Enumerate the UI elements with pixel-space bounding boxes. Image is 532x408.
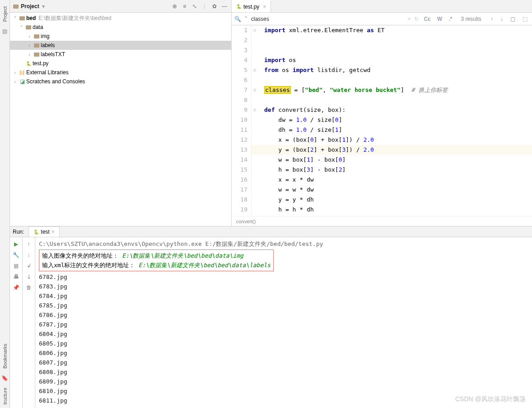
select-all-icon[interactable]: ▢ — [508, 16, 517, 22]
code-editor[interactable]: 12345678910111213141516171819 ⊟import xm… — [232, 25, 532, 216]
fold-icon[interactable]: ⊟ — [253, 85, 256, 95]
console-line: 6787.jpg — [39, 320, 528, 329]
code-line[interactable] — [252, 45, 532, 55]
chevron-right-icon[interactable]: › — [12, 79, 18, 84]
prev-match-icon[interactable]: ↑ — [489, 16, 495, 22]
console-output[interactable]: C:\Users\SZTU\anaconda3\envs\Opencv\pyth… — [35, 237, 532, 408]
tree-item[interactable]: ›labelsTXT — [10, 50, 231, 59]
pin-icon[interactable]: 📌 — [13, 284, 19, 291]
print-icon[interactable]: 🖶 — [14, 274, 19, 280]
stop-icon[interactable]: ▦ — [14, 263, 19, 269]
code-line[interactable]: y = (box[2] + box[3]) / 2.0 — [252, 145, 532, 155]
chevron-down-icon[interactable]: ˅ — [18, 25, 24, 30]
project-title: Project — [21, 3, 39, 10]
editor-tabs: 🐍 test.py × — [232, 0, 532, 13]
clear-search-icon[interactable]: × — [408, 16, 411, 22]
rerun-icon[interactable]: ▶ — [14, 241, 18, 247]
code-line[interactable]: dh = 1.0 / size[1] — [252, 125, 532, 135]
close-icon[interactable]: × — [263, 4, 266, 10]
trash-icon[interactable]: 🗑 — [26, 284, 32, 291]
tree-item[interactable]: ˅data — [10, 23, 231, 32]
regex-toggle[interactable]: .* — [447, 16, 454, 22]
breadcrumb[interactable]: convert() — [232, 216, 532, 226]
code-line[interactable]: import os — [252, 55, 532, 65]
console-line: 6782.jpg — [39, 272, 528, 282]
tree-scratches[interactable]: › ◪ Scratches and Consoles — [10, 77, 231, 86]
hide-icon[interactable]: — — [220, 2, 228, 10]
console-line: 6806.jpg — [39, 348, 528, 358]
code-line[interactable]: w = box[1] - box[0] — [252, 155, 532, 165]
fold-icon[interactable]: ⊟ — [253, 65, 256, 75]
scroll-icon[interactable]: ⤓ — [27, 274, 31, 280]
code-line[interactable]: h = h * dh — [252, 205, 532, 215]
fold-icon[interactable]: ⊟ — [253, 25, 256, 35]
bookmark-icon: 🔖 — [1, 375, 8, 381]
svg-rect-5 — [34, 53, 39, 57]
console-line: 6807.jpg — [39, 358, 528, 367]
code-line[interactable]: ⊟import xml.etree.ElementTree as ET — [252, 25, 532, 35]
tree-root-path: E:\数据集\新建文件夹\bed\bed — [38, 14, 111, 22]
run-panel: Run: 🐍 test × ▶ 🔧 ▦ 🖶 📌 ↑ ↓ — [10, 226, 532, 408]
project-tree[interactable]: ˅ bed E:\数据集\新建文件夹\bed\bed ˅data›img›lab… — [10, 13, 231, 226]
fold-icon[interactable]: ⊟ — [253, 105, 256, 115]
next-match-icon[interactable]: ↓ — [499, 16, 505, 22]
tree-item[interactable]: 🐍test.py — [10, 59, 231, 68]
tree-root[interactable]: ˅ bed E:\数据集\新建文件夹\bed\bed — [10, 14, 231, 23]
tree-item[interactable]: ›img — [10, 32, 231, 41]
soft-wrap-icon[interactable]: ↲ — [27, 263, 31, 269]
chevron-right-icon[interactable]: › — [26, 43, 33, 48]
run-tab-label: test — [41, 229, 49, 235]
prompt-value: E:\数据集\新建文件夹\bed\bed\data\img — [122, 252, 243, 259]
close-icon[interactable]: × — [52, 229, 55, 235]
code-line[interactable] — [252, 95, 532, 105]
watermark: CSDN @风吹落花叶飘荡 — [455, 395, 526, 403]
settings-icon[interactable]: ✿ — [210, 2, 218, 10]
chevron-down-icon[interactable]: ˅ — [245, 16, 247, 22]
locate-icon[interactable]: ⊕ — [171, 2, 179, 10]
tree-item-label: test.py — [33, 60, 48, 67]
code-line[interactable]: ⊟from os import listdir, getcwd — [252, 65, 532, 75]
expand-all-icon[interactable]: ≡ — [180, 2, 189, 10]
project-tool-label[interactable]: Project — [2, 3, 8, 25]
editor-tab[interactable]: 🐍 test.py × — [232, 0, 271, 12]
code-line[interactable]: h = box[3] - box[2] — [252, 165, 532, 175]
console-line: 6785.jpg — [39, 301, 528, 310]
chevron-right-icon[interactable]: › — [12, 70, 18, 75]
folder-icon — [33, 51, 41, 58]
code-line[interactable] — [252, 35, 532, 45]
code-line[interactable]: x = (box[0] + box[1]) / 2.0 — [252, 135, 532, 145]
structure-tool-label[interactable]: tructure — [2, 384, 8, 408]
open-replace-icon[interactable]: ⬚ — [521, 16, 529, 22]
code-line[interactable]: ⊟def convert(size, box): — [252, 105, 532, 115]
up-icon[interactable]: ↑ — [28, 241, 30, 247]
run-tab[interactable]: 🐍 test × — [28, 226, 59, 237]
tree-root-name: bed — [26, 15, 36, 21]
code-line[interactable]: ⊟classes = ["bed", "water horse bucket"]… — [252, 85, 532, 95]
tree-item[interactable]: ›labels — [10, 41, 231, 50]
project-tool-icon: ▤ — [2, 28, 7, 34]
console-line: 6804.jpg — [39, 329, 528, 339]
code-line[interactable]: dw = 1.0 / size[0] — [252, 115, 532, 125]
chevron-down-icon[interactable]: ˅ — [12, 16, 18, 21]
search-input[interactable] — [251, 16, 319, 22]
code-line[interactable] — [252, 75, 532, 85]
svg-rect-2 — [26, 25, 31, 29]
tree-external[interactable]: › ⫿⫿ External Libraries — [10, 68, 231, 77]
wrench-icon[interactable]: 🔧 — [13, 252, 19, 258]
code-line[interactable]: y = y * dh — [252, 195, 532, 205]
console-line: 6808.jpg — [39, 367, 528, 377]
match-case-toggle[interactable]: Cc — [423, 16, 432, 22]
words-toggle[interactable]: W — [436, 16, 443, 22]
chevron-right-icon[interactable]: › — [26, 52, 33, 57]
project-header: Project ▾ ⊕ ≡ ⤡ | ✿ — — [10, 0, 231, 13]
code-line[interactable]: w = w * dw — [252, 185, 532, 195]
collapse-all-icon[interactable]: ⤡ — [190, 2, 199, 10]
down-icon[interactable]: ↓ — [28, 252, 30, 258]
prompt-value: E:\数据集\新建文件夹\bed\bed\data\labels — [138, 262, 271, 269]
chevron-right-icon[interactable]: › — [26, 34, 33, 39]
filter-icon[interactable]: ↻ — [414, 16, 419, 22]
tree-label: External Libraries — [26, 69, 68, 76]
dropdown-icon[interactable]: ▾ — [42, 3, 45, 10]
code-line[interactable]: x = x * dw — [252, 175, 532, 185]
bookmarks-tool-label[interactable]: Bookmarks — [2, 340, 8, 372]
